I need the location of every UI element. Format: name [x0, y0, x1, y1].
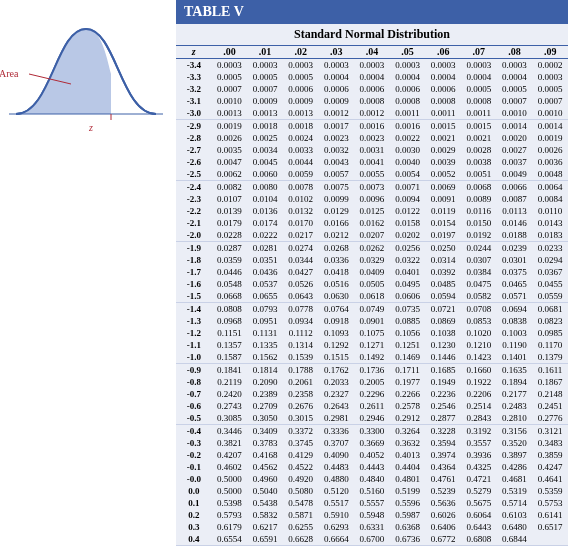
- z-cell: -2.7: [176, 144, 212, 156]
- value-cell: 0.3520: [497, 437, 533, 449]
- value-cell: 0.0749: [354, 303, 390, 316]
- value-cell: 0.0004: [497, 71, 533, 83]
- value-cell: 0.1762: [319, 364, 355, 377]
- value-cell: 0.6331: [354, 521, 390, 533]
- z-cell: -3.3: [176, 71, 212, 83]
- value-cell: 0.0455: [532, 278, 568, 290]
- value-cell: 0.0069: [425, 181, 461, 194]
- value-cell: 0.1423: [461, 351, 497, 364]
- value-cell: 0.0014: [532, 120, 568, 133]
- value-cell: 0.0099: [319, 193, 355, 205]
- value-cell: 0.0735: [390, 303, 426, 316]
- value-cell: 0.0150: [461, 217, 497, 229]
- value-cell: 0.2090: [247, 376, 283, 388]
- z-cell: -2.4: [176, 181, 212, 194]
- value-cell: 0.4522: [283, 461, 319, 473]
- value-cell: 0.0011: [390, 107, 426, 120]
- value-cell: 0.2810: [497, 412, 533, 425]
- col-header: .02: [283, 46, 319, 59]
- table-row: -1.20.11510.11310.11120.10930.10750.1056…: [176, 327, 568, 339]
- value-cell: 0.5793: [212, 509, 248, 521]
- value-cell: 0.1251: [390, 339, 426, 351]
- value-cell: 0.0418: [319, 266, 355, 278]
- value-cell: 0.0096: [354, 193, 390, 205]
- value-cell: 0.3707: [319, 437, 355, 449]
- value-cell: 0.0582: [461, 290, 497, 303]
- z-cell: 0.0: [176, 485, 212, 497]
- value-cell: 0.0643: [283, 290, 319, 303]
- col-header: .00: [212, 46, 248, 59]
- value-cell: 0.0073: [354, 181, 390, 194]
- value-cell: 0.0008: [354, 95, 390, 107]
- value-cell: 0.3409: [247, 425, 283, 438]
- value-cell: 0.0708: [461, 303, 497, 316]
- value-cell: 0.5160: [354, 485, 390, 497]
- value-cell: 0.4761: [425, 473, 461, 485]
- value-cell: 0.0010: [212, 95, 248, 107]
- table-row: -1.60.05480.05370.05260.05160.05050.0495…: [176, 278, 568, 290]
- value-cell: 0.2327: [319, 388, 355, 400]
- value-cell: 0.0294: [532, 254, 568, 266]
- value-cell: 0.0244: [461, 242, 497, 255]
- value-cell: 0.1587: [212, 351, 248, 364]
- value-cell: 0.5239: [425, 485, 461, 497]
- value-cell: 0.0066: [497, 181, 533, 194]
- col-header: .01: [247, 46, 283, 59]
- value-cell: 0.4602: [212, 461, 248, 473]
- value-cell: 0.0062: [212, 168, 248, 181]
- col-header: .06: [425, 46, 461, 59]
- value-cell: 0.0250: [425, 242, 461, 255]
- value-cell: 0.0004: [390, 71, 426, 83]
- value-cell: 0.0212: [319, 229, 355, 242]
- col-header: .04: [354, 46, 390, 59]
- value-cell: 0.5636: [425, 497, 461, 509]
- col-header: .09: [532, 46, 568, 59]
- value-cell: 0.2296: [354, 388, 390, 400]
- table-row: 0.20.57930.58320.58710.59100.59480.59870…: [176, 509, 568, 521]
- value-cell: 0.6406: [425, 521, 461, 533]
- value-cell: 0.2709: [247, 400, 283, 412]
- value-cell: 0.0559: [532, 290, 568, 303]
- value-cell: 0.0401: [390, 266, 426, 278]
- value-cell: 0.0125: [354, 205, 390, 217]
- value-cell: 0.5438: [247, 497, 283, 509]
- value-cell: 0.1867: [532, 376, 568, 388]
- value-cell: 0.2236: [425, 388, 461, 400]
- value-cell: 0.0049: [497, 168, 533, 181]
- value-cell: 0.6736: [390, 533, 426, 546]
- table-row: -3.00.00130.00130.00130.00120.00120.0011…: [176, 107, 568, 120]
- value-cell: 0.3557: [461, 437, 497, 449]
- value-cell: 0.3192: [461, 425, 497, 438]
- value-cell: 0.0808: [212, 303, 248, 316]
- value-cell: 0.0051: [461, 168, 497, 181]
- z-cell: 0.2: [176, 509, 212, 521]
- z-cell: -2.6: [176, 156, 212, 168]
- value-cell: 0.0018: [247, 120, 283, 133]
- value-cell: 0.1469: [390, 351, 426, 364]
- value-cell: 0.0183: [532, 229, 568, 242]
- table-row: -1.40.08080.07930.07780.07640.07490.0735…: [176, 303, 568, 316]
- z-cell: -2.0: [176, 229, 212, 242]
- value-cell: 0.3446: [212, 425, 248, 438]
- z-cell: -1.6: [176, 278, 212, 290]
- value-cell: 0.0047: [212, 156, 248, 168]
- value-cell: 0.0107: [212, 193, 248, 205]
- table-row: 0.00.50000.50400.50800.51200.51600.51990…: [176, 485, 568, 497]
- value-cell: 0.3336: [319, 425, 355, 438]
- value-cell: 0.0052: [425, 168, 461, 181]
- value-cell: 0.3085: [212, 412, 248, 425]
- value-cell: 0.0256: [390, 242, 426, 255]
- table-row: -2.80.00260.00250.00240.00230.00230.0022…: [176, 132, 568, 144]
- value-cell: 0.1894: [497, 376, 533, 388]
- value-cell: 0.2643: [319, 400, 355, 412]
- value-cell: 0.6517: [532, 521, 568, 533]
- value-cell: 0.0007: [247, 83, 283, 95]
- value-cell: 0.4443: [354, 461, 390, 473]
- table-row: 0.30.61790.62170.62550.62930.63310.63680…: [176, 521, 568, 533]
- table-row: -2.20.01390.01360.01320.01290.01250.0122…: [176, 205, 568, 217]
- value-cell: 0.0041: [354, 156, 390, 168]
- value-cell: 0.1922: [461, 376, 497, 388]
- value-cell: 0.3974: [425, 449, 461, 461]
- value-cell: 0.0094: [390, 193, 426, 205]
- value-cell: 0.0024: [283, 132, 319, 144]
